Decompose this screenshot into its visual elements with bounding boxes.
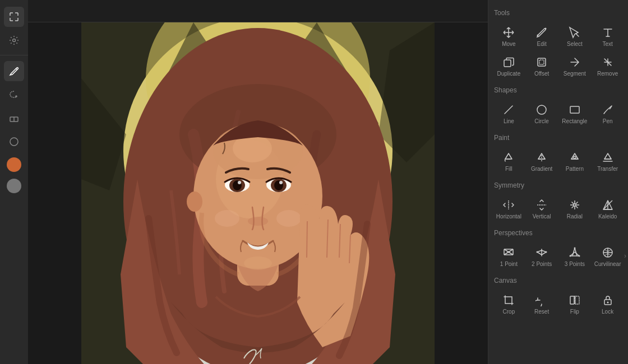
eraser-tool[interactable] [4, 108, 24, 128]
crop-label: Crop [503, 309, 515, 315]
tool-radial[interactable]: Radial [559, 194, 591, 222]
section-label-canvas: Canvas [493, 277, 624, 284]
tool-edit[interactable]: Edit [526, 21, 558, 50]
move-icon [502, 26, 515, 39]
tool-reset[interactable]: Reset [526, 289, 558, 318]
duplicate-label: Duplicate [497, 71, 521, 77]
tool-curvilinear[interactable]: Curvilinear › [592, 241, 624, 270]
curvilinear-label: Curvilinear [594, 262, 621, 267]
tool-circle[interactable]: Circle [526, 99, 558, 127]
segment-label: Segment [564, 71, 586, 77]
svg-line-36 [505, 106, 512, 114]
transfer-label: Transfer [597, 166, 618, 172]
fill-label: Fill [505, 166, 512, 172]
svg-point-28 [279, 181, 283, 184]
color-swatch[interactable] [7, 157, 21, 172]
tool-crop[interactable]: Crop [493, 289, 525, 318]
offset-label: Offset [534, 71, 550, 77]
tool-gradient[interactable]: Gradient [526, 146, 558, 175]
svg-point-24 [238, 181, 241, 184]
tool-lock[interactable]: Lock [592, 289, 624, 318]
tool-move[interactable]: Move [493, 21, 525, 50]
rectangle-label: Rectangle [562, 119, 587, 124]
text-label: Text [602, 41, 612, 47]
duplicate-icon [502, 55, 515, 69]
tool-line[interactable]: Line [493, 99, 525, 127]
pen-tool[interactable] [4, 61, 24, 81]
curvilinear-icon [601, 246, 615, 259]
tool-text[interactable]: Text [592, 21, 624, 50]
expand-icon[interactable] [4, 7, 24, 27]
edit-label: Edit [537, 41, 547, 47]
svg-rect-34 [539, 60, 544, 64]
svg-point-31 [545, 28, 547, 30]
lasso-tool[interactable] [4, 85, 24, 105]
gradient-icon [535, 151, 548, 164]
tool-segment[interactable]: Segment [559, 51, 591, 80]
svg-point-37 [537, 105, 546, 114]
svg-rect-77 [575, 296, 579, 304]
canvas-section: Crop Reset Flip [493, 289, 624, 318]
3points-icon [568, 246, 581, 259]
tool-pattern[interactable]: Pattern [559, 146, 591, 175]
lock-icon [601, 293, 615, 307]
reset-label: Reset [534, 309, 549, 315]
section-label-paint: Paint [493, 134, 624, 142]
perspectives-section: 1 Point 2 Points [493, 241, 624, 270]
pattern-icon [568, 151, 581, 164]
3points-label: 3 Points [565, 262, 585, 267]
svg-point-0 [13, 39, 16, 42]
svg-point-5 [10, 138, 18, 146]
tool-2points[interactable]: 2 Points [526, 241, 558, 270]
gray-swatch[interactable] [7, 179, 21, 193]
tool-vertical[interactable]: Vertical [526, 194, 558, 222]
svg-point-18 [276, 210, 301, 227]
tool-transfer[interactable]: Transfer [592, 146, 624, 175]
shape-tool[interactable] [4, 132, 24, 152]
tool-duplicate[interactable]: Duplicate [493, 51, 525, 80]
top-bar [28, 0, 488, 22]
tool-kaleido[interactable]: Kaleido [592, 194, 624, 222]
svg-line-49 [575, 206, 578, 208]
pattern-label: Pattern [566, 166, 584, 172]
pen-shape-icon [601, 103, 615, 116]
circle-icon [535, 103, 548, 116]
tool-rectangle[interactable]: Rectangle [559, 99, 591, 127]
circle-label: Circle [534, 119, 549, 124]
section-label-perspectives: Perspectives [493, 229, 624, 237]
text-icon [601, 26, 615, 39]
canvas-area[interactable] [28, 22, 488, 364]
1point-label: 1 Point [500, 262, 518, 267]
tool-1point[interactable]: 1 Point [493, 241, 525, 270]
svg-line-64 [542, 252, 546, 255]
line-label: Line [504, 119, 514, 124]
2points-label: 2 Points [532, 262, 552, 267]
tool-select[interactable]: Select [559, 21, 591, 50]
remove-label: Remove [597, 71, 618, 77]
tool-flip[interactable]: Flip [559, 289, 591, 318]
horizontal-label: Horizontal [496, 214, 521, 220]
svg-line-48 [571, 202, 574, 204]
tool-remove[interactable]: Remove [592, 51, 624, 80]
flip-icon [568, 293, 581, 307]
flip-label: Flip [570, 309, 579, 315]
svg-point-43 [574, 204, 576, 206]
tool-offset[interactable]: Offset [526, 51, 558, 80]
section-label-symmetry: Symmetry [493, 181, 624, 189]
settings-icon[interactable] [4, 30, 24, 50]
svg-point-30 [537, 35, 539, 36]
vertical-label: Vertical [533, 214, 551, 220]
tool-3points[interactable]: 3 Points [559, 241, 591, 270]
svg-rect-32 [504, 60, 511, 67]
svg-point-2 [16, 96, 17, 97]
tool-horizontal[interactable]: Horizontal [493, 194, 525, 222]
svg-line-62 [537, 252, 542, 255]
svg-line-63 [542, 250, 546, 252]
tool-pen[interactable]: Pen [592, 99, 624, 127]
fill-icon [502, 151, 515, 164]
paint-section: Fill Gradient Pattern [493, 146, 624, 175]
reset-icon [535, 293, 548, 307]
scroll-indicator: › [624, 252, 626, 260]
tool-fill[interactable]: Fill [493, 146, 525, 175]
section-label-shapes: Shapes [493, 86, 624, 94]
